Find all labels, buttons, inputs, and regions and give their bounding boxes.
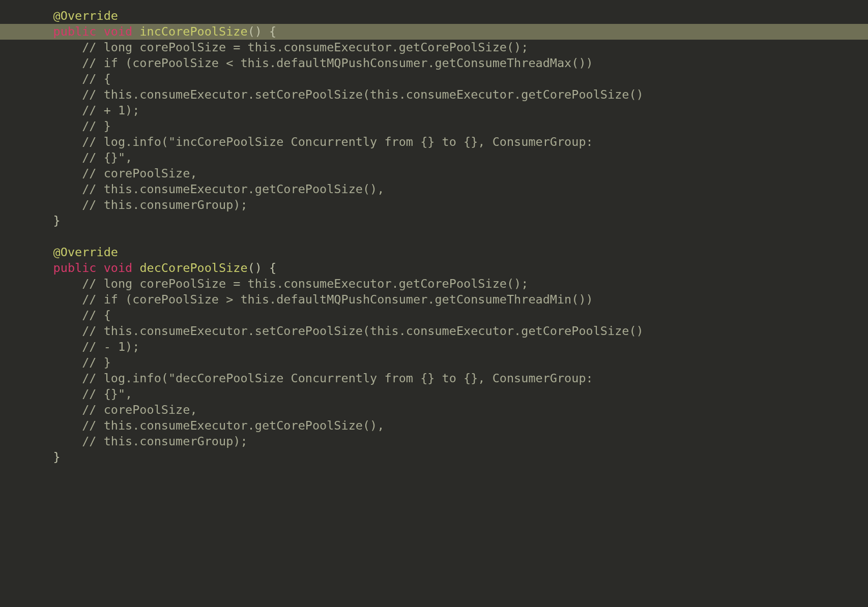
code-line[interactable]: // corePoolSize, bbox=[0, 166, 868, 181]
code-line[interactable]: // this.consumeExecutor.setCorePoolSize(… bbox=[0, 87, 868, 103]
token-plain bbox=[96, 261, 103, 275]
code-line[interactable]: @Override bbox=[0, 8, 868, 24]
code-line[interactable]: public void decCorePoolSize() { bbox=[0, 260, 868, 276]
code-line[interactable]: // log.info("decCorePoolSize Concurrentl… bbox=[0, 371, 868, 386]
token-brace: { bbox=[269, 24, 276, 39]
token-keyword: public bbox=[53, 24, 97, 39]
code-line[interactable]: // log.info("incCorePoolSize Concurrentl… bbox=[0, 134, 868, 150]
token-comment: // } bbox=[82, 119, 111, 133]
code-line[interactable]: // this.consumeExecutor.getCorePoolSize(… bbox=[0, 181, 868, 197]
code-editor[interactable]: @Override public void incCorePoolSize() … bbox=[0, 0, 868, 607]
code-line[interactable]: // corePoolSize, bbox=[0, 402, 868, 418]
token-comment: // { bbox=[82, 72, 111, 86]
token-comment: // this.consumeExecutor.getCorePoolSize(… bbox=[82, 418, 384, 433]
token-brace: } bbox=[53, 450, 61, 464]
code-line[interactable]: // - 1); bbox=[0, 339, 868, 355]
token-comment: // log.info("decCorePoolSize Concurrentl… bbox=[82, 371, 593, 385]
token-comment: // if (corePoolSize > this.defaultMQPush… bbox=[82, 292, 593, 307]
code-line[interactable]: // { bbox=[0, 71, 868, 87]
code-line[interactable]: public void incCorePoolSize() { bbox=[0, 24, 868, 40]
token-comment: // {}", bbox=[82, 387, 132, 401]
token-comment: // this.consumeExecutor.setCorePoolSize(… bbox=[82, 87, 644, 102]
token-comment: // - 1); bbox=[82, 340, 139, 354]
code-line[interactable]: // + 1); bbox=[0, 103, 868, 118]
code-line[interactable]: // } bbox=[0, 118, 868, 134]
token-annotation: @Override bbox=[53, 9, 118, 23]
code-line[interactable]: // {}", bbox=[0, 150, 868, 166]
code-line[interactable]: } bbox=[0, 449, 868, 465]
token-comment: // long corePoolSize = this.consumeExecu… bbox=[82, 40, 528, 54]
token-plain bbox=[262, 24, 269, 39]
token-comment: // corePoolSize, bbox=[82, 403, 197, 417]
code-line[interactable]: // this.consumerGroup); bbox=[0, 434, 868, 449]
token-plain bbox=[96, 24, 103, 39]
token-comment: // corePoolSize, bbox=[82, 166, 197, 180]
token-comment: // { bbox=[82, 308, 111, 322]
token-brace: } bbox=[53, 214, 61, 228]
code-line[interactable]: } bbox=[0, 213, 868, 229]
token-comment: // this.consumeExecutor.setCorePoolSize(… bbox=[82, 324, 644, 338]
token-comment: // this.consumerGroup); bbox=[82, 198, 247, 212]
token-brace: { bbox=[269, 261, 276, 275]
code-line[interactable]: // long corePoolSize = this.consumeExecu… bbox=[0, 276, 868, 292]
token-method: incCorePoolSize bbox=[139, 24, 247, 39]
code-line[interactable]: // {}", bbox=[0, 386, 868, 402]
token-comment: // log.info("incCorePoolSize Concurrentl… bbox=[82, 135, 593, 149]
token-comment: // this.consumerGroup); bbox=[82, 434, 247, 448]
code-line[interactable]: // { bbox=[0, 308, 868, 323]
token-typekw: void bbox=[104, 261, 133, 275]
code-line[interactable]: // this.consumeExecutor.getCorePoolSize(… bbox=[0, 418, 868, 434]
code-line[interactable]: // if (corePoolSize > this.defaultMQPush… bbox=[0, 292, 868, 308]
code-line[interactable]: // } bbox=[0, 355, 868, 371]
token-comment: // if (corePoolSize < this.defaultMQPush… bbox=[82, 56, 593, 70]
token-comment: // long corePoolSize = this.consumeExecu… bbox=[82, 277, 528, 291]
code-area[interactable]: @Override public void incCorePoolSize() … bbox=[0, 0, 868, 465]
code-line[interactable]: @Override bbox=[0, 245, 868, 260]
token-comment: // } bbox=[82, 355, 111, 370]
code-line[interactable] bbox=[0, 229, 868, 245]
token-plain bbox=[262, 261, 269, 275]
token-typekw: void bbox=[104, 24, 133, 39]
code-line[interactable]: // if (corePoolSize < this.defaultMQPush… bbox=[0, 55, 868, 71]
token-annotation: @Override bbox=[53, 245, 118, 259]
token-keyword: public bbox=[53, 261, 97, 275]
token-method: decCorePoolSize bbox=[139, 261, 247, 275]
token-comment: // {}", bbox=[82, 150, 132, 165]
token-paren: () bbox=[248, 261, 262, 275]
token-plain bbox=[132, 261, 139, 275]
token-comment: // this.consumeExecutor.getCorePoolSize(… bbox=[82, 182, 384, 196]
token-paren: () bbox=[248, 24, 262, 39]
code-line[interactable]: // this.consumeExecutor.setCorePoolSize(… bbox=[0, 323, 868, 339]
token-comment: // + 1); bbox=[82, 103, 139, 117]
code-line[interactable]: // long corePoolSize = this.consumeExecu… bbox=[0, 40, 868, 55]
code-line[interactable]: // this.consumerGroup); bbox=[0, 197, 868, 213]
token-plain bbox=[132, 24, 139, 39]
